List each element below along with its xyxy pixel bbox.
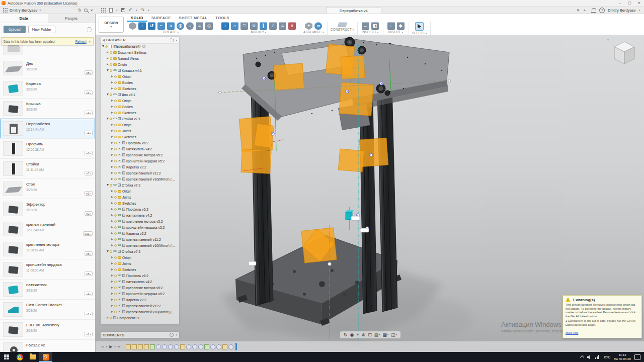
browser-row[interactable]: Joints — [101, 128, 179, 134]
browser-row[interactable]: Origin — [101, 98, 179, 104]
expand-arrow-icon[interactable] — [107, 317, 109, 319]
section-analysis-icon[interactable]: ◧ — [371, 22, 379, 30]
browser-row[interactable]: Переработка v4 — [101, 43, 179, 49]
ribbon-tab-sheet-metal[interactable]: SHEET METAL — [175, 14, 212, 22]
mirror-icon[interactable]: ◇ — [205, 22, 213, 30]
browser-row[interactable]: кронштейн чердака v5:2 — [101, 291, 179, 297]
visibility-bulb-icon[interactable] — [114, 196, 117, 199]
collapse-arrow-icon[interactable] — [102, 45, 104, 47]
browser-row[interactable]: кронштейн чердака v5:2 — [101, 158, 179, 164]
file-version-badge[interactable]: v1 — [85, 312, 93, 316]
expand-arrow-icon[interactable] — [111, 214, 113, 216]
browser-row[interactable]: Origin — [101, 61, 179, 67]
expand-arrow-icon[interactable] — [111, 190, 113, 192]
visibility-bulb-icon[interactable] — [114, 112, 117, 114]
browser-row[interactable]: Профиль v6:2 — [101, 206, 179, 212]
visibility-bulb-icon[interactable] — [114, 100, 117, 102]
visibility-bulb-icon[interactable] — [114, 287, 117, 289]
network-icon[interactable] — [595, 355, 600, 359]
comments-add-icon[interactable] — [170, 333, 174, 337]
job-status-grid-icon[interactable] — [3, 8, 8, 13]
expand-arrow-icon[interactable] — [111, 202, 113, 204]
new-solid-icon[interactable] — [129, 22, 136, 30]
expand-arrow-icon[interactable] — [107, 51, 109, 53]
expand-arrow-icon[interactable] — [111, 81, 113, 83]
step-forward-icon[interactable]: › — [114, 345, 116, 349]
browser-row[interactable]: Дно v6:1 — [101, 92, 179, 98]
new-folder-button[interactable]: New Folder — [28, 26, 55, 33]
expand-arrow-icon[interactable] — [111, 100, 113, 102]
go-to-end-icon[interactable]: » — [118, 345, 120, 349]
expand-arrow-icon[interactable] — [111, 172, 113, 174]
browser-row[interactable]: Профиль v6:2 — [101, 140, 179, 146]
browser-row[interactable]: Каретка v2:2 — [101, 230, 179, 236]
search-icon[interactable] — [84, 9, 88, 12]
measure-icon[interactable]: ↔ — [362, 22, 369, 30]
notifications-bell-icon[interactable] — [592, 8, 596, 12]
timeline-feature-icon-joint[interactable] — [174, 344, 179, 349]
file-list-item[interactable]: Переработка12:14:44 AMv4 — [0, 119, 95, 139]
more-info-link[interactable]: More Info — [566, 331, 578, 334]
file-version-badge[interactable]: v6 — [85, 151, 93, 155]
browser-row[interactable]: Каретка v2:2 — [101, 297, 179, 303]
file-list-item[interactable]: E3D_v6_Assembly3/29/20v1 — [0, 320, 95, 340]
browser-collapse-icon[interactable] — [103, 39, 105, 42]
zoom-icon[interactable]: ⊕ — [362, 333, 366, 337]
data-panel-tab-people[interactable]: People — [48, 14, 96, 23]
visibility-bulb-icon[interactable] — [110, 184, 112, 187]
expand-arrow-icon[interactable] — [111, 275, 113, 277]
toolbar-group-label[interactable]: CONSTRUCT — [331, 28, 354, 31]
file-list-item[interactable]: Дно3/29/20v8 — [0, 58, 95, 78]
fit-icon[interactable]: ⊡ — [368, 333, 372, 337]
visibility-bulb-icon[interactable] — [114, 172, 117, 174]
browser-row[interactable]: Sketches — [101, 110, 179, 116]
browser-row[interactable]: Bodies — [101, 79, 179, 85]
comments-panel[interactable]: COMMENTS ▾ — [101, 332, 179, 338]
visibility-bulb-icon[interactable] — [114, 130, 117, 132]
refresh-icon[interactable]: ↻ — [78, 8, 82, 13]
visibility-bulb-icon[interactable] — [114, 220, 117, 223]
data-panel-toggle-icon[interactable] — [101, 8, 106, 13]
visibility-bulb-icon[interactable] — [114, 232, 117, 235]
visibility-bulb-icon[interactable] — [114, 142, 117, 144]
browser-row[interactable]: Joints — [101, 194, 179, 200]
visibility-bulb-icon[interactable] — [110, 51, 112, 54]
ribbon-tab-solid[interactable]: SOLID — [127, 14, 147, 22]
visibility-bulb-icon[interactable] — [110, 118, 112, 120]
file-list-item[interactable]: Cast Corner Bracket3/29/20v1 — [0, 300, 95, 320]
press-pull-icon[interactable]: ↕ — [221, 22, 229, 30]
split-body-icon[interactable]: / — [269, 22, 277, 30]
visibility-bulb-icon[interactable] — [114, 268, 117, 271]
toolbar-group-label[interactable]: CREATE — [163, 30, 179, 34]
upload-button[interactable]: Upload — [4, 26, 26, 33]
toolbar-group-label[interactable]: INSERT — [388, 30, 403, 34]
expand-arrow-icon[interactable] — [111, 148, 113, 150]
file-list-item[interactable]: Эффектор3/18/20v2 — [0, 199, 95, 219]
display-settings-icon[interactable]: ▤▾ — [374, 333, 380, 337]
expand-arrow-icon[interactable] — [111, 130, 113, 132]
timeline-feature-icon-joint[interactable] — [162, 344, 167, 349]
shell-icon[interactable]: □ — [240, 22, 248, 30]
expand-arrow-icon[interactable] — [111, 311, 113, 313]
viewports-icon[interactable]: ◫▾ — [391, 333, 397, 337]
maximize-button[interactable]: ▢ — [625, 0, 634, 6]
timeline-feature-icon-joint[interactable] — [192, 344, 197, 349]
data-panel-tab-data[interactable]: Data — [0, 14, 48, 23]
undo-icon[interactable]: ↶ — [129, 8, 133, 13]
file-list-item[interactable]: крепление мотора11:08:57 AMv5 — [0, 239, 95, 259]
expand-arrow-icon[interactable] — [111, 136, 113, 138]
timeline-feature-icon-comp[interactable] — [222, 344, 227, 349]
view-cube[interactable]: ⌂ — [608, 38, 641, 67]
visibility-bulb-icon[interactable] — [114, 281, 117, 283]
combine-icon[interactable]: ∪ — [250, 22, 258, 30]
expand-arrow-icon[interactable] — [111, 142, 113, 144]
browser-row[interactable]: натяжитель v4:2 — [101, 212, 179, 218]
redo-icon[interactable]: ↷ — [141, 8, 145, 13]
browser-row[interactable]: Sketches — [101, 134, 179, 140]
browser-row[interactable]: крепление мотора v5:2 — [101, 285, 179, 291]
file-version-badge[interactable]: v7 — [85, 171, 93, 175]
coil-icon[interactable]: ◎ — [177, 22, 184, 30]
visibility-bulb-icon[interactable] — [114, 136, 117, 138]
file-version-badge[interactable]: v8 — [85, 70, 93, 75]
timeline-feature-icon-sketch[interactable] — [150, 344, 155, 349]
